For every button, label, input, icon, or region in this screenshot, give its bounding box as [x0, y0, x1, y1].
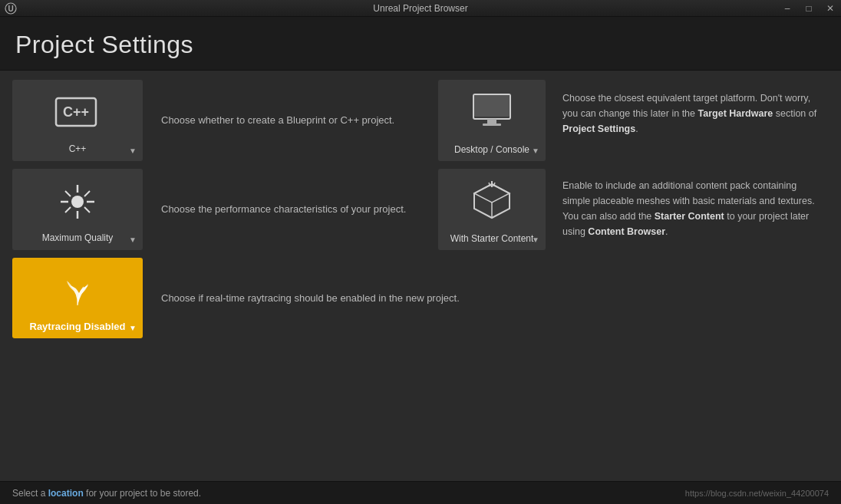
desktop-description: Choose the closest equivalent target pla…	[555, 80, 829, 161]
svg-text:C++: C++	[63, 104, 89, 120]
close-button[interactable]: ✕	[820, 0, 841, 17]
statusbar-text: Select a location for your project to be…	[12, 488, 201, 499]
minimize-button[interactable]: –	[777, 0, 798, 17]
page-header: Project Settings	[0, 17, 841, 71]
quality-dropdown-icon: ▼	[129, 236, 137, 244]
svg-line-15	[84, 191, 90, 196]
svg-rect-7	[483, 124, 501, 126]
quality-row: Maximum Quality ▼ Choose the performance…	[12, 169, 829, 250]
desktop-dropdown-icon: ▼	[532, 147, 539, 155]
main-area: Project Settings C++ C++ ▼ Choose whethe…	[0, 17, 841, 481]
titlebar: U Unreal Project Browser – □ ✕	[0, 0, 841, 17]
settings-container: C++ C++ ▼ Choose whether to create a Blu…	[0, 71, 841, 355]
statusbar: Select a location for your project to be…	[0, 481, 841, 504]
cpp-dropdown-icon: ▼	[129, 147, 137, 155]
desktop-icon	[467, 87, 516, 137]
raytracing-icon	[53, 265, 102, 315]
svg-text:U: U	[8, 5, 13, 13]
svg-rect-5	[474, 95, 510, 117]
statusbar-url: https://blog.csdn.net/weixin_44200074	[685, 489, 829, 498]
page-title: Project Settings	[15, 31, 826, 59]
starter-icon	[467, 176, 516, 226]
quality-label: Maximum Quality	[42, 232, 114, 243]
starter-label: With Starter Content	[450, 233, 534, 244]
svg-line-13	[65, 191, 71, 196]
cpp-description: Choose whether to create a Blueprint or …	[152, 80, 429, 161]
code-row: C++ C++ ▼ Choose whether to create a Blu…	[12, 80, 829, 161]
starter-dropdown-icon: ▼	[532, 236, 539, 244]
quality-icon	[53, 177, 102, 226]
raytracing-label: Raytracing Disabled	[30, 321, 126, 332]
svg-rect-6	[487, 119, 496, 124]
location-link[interactable]: location	[48, 488, 84, 499]
raytracing-dropdown-icon: ▼	[129, 324, 137, 332]
raytracing-card[interactable]: Raytracing Disabled ▼	[12, 258, 143, 338]
maximize-button[interactable]: □	[798, 0, 820, 17]
cpp-icon: C++	[53, 88, 102, 137]
starter-description: Enable to include an additional content …	[555, 169, 829, 250]
raytracing-description: Choose if real-time raytracing should be…	[152, 258, 829, 338]
quality-description: Choose the performance characteristics o…	[152, 169, 429, 250]
svg-line-14	[84, 207, 90, 212]
quality-card[interactable]: Maximum Quality ▼	[12, 169, 143, 250]
app-logo: U	[5, 2, 17, 15]
desktop-card[interactable]: Desktop / Console ▼	[438, 80, 546, 161]
raytracing-row: Raytracing Disabled ▼ Choose if real-tim…	[12, 258, 829, 338]
svg-line-16	[65, 207, 71, 212]
window-controls: – □ ✕	[777, 0, 841, 17]
svg-point-8	[71, 196, 84, 208]
starter-card[interactable]: With Starter Content ▼	[438, 169, 546, 250]
desktop-label: Desktop / Console	[454, 144, 529, 155]
cpp-card[interactable]: C++ C++ ▼	[12, 80, 143, 161]
cpp-label: C++	[69, 143, 87, 154]
window-title: Unreal Project Browser	[373, 3, 467, 14]
